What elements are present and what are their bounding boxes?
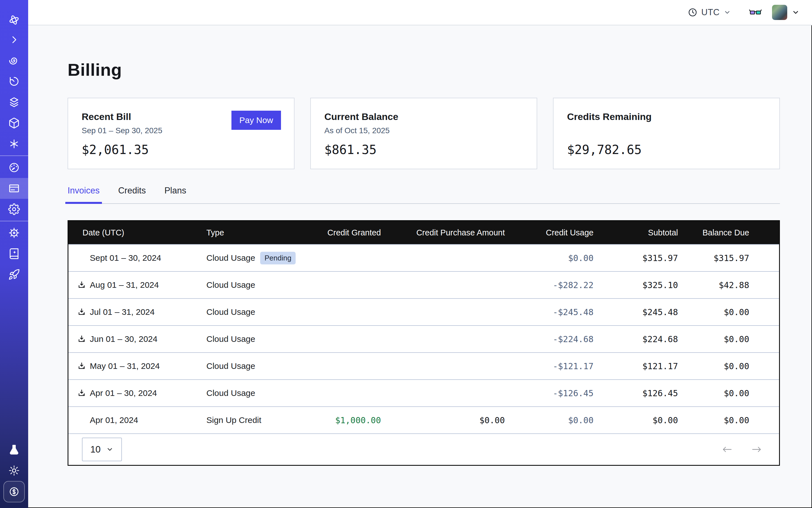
column-header-credit-purchase: Credit Purchase Amount <box>381 228 505 238</box>
table-row: Sept 01 – 30, 2024Cloud UsagePending$0.0… <box>69 244 779 271</box>
sidebar <box>0 0 28 508</box>
download-invoice-icon[interactable] <box>77 362 86 370</box>
sidebar-item-observe[interactable] <box>0 50 28 71</box>
invoice-table-body: Sept 01 – 30, 2024Cloud UsagePending$0.0… <box>69 244 779 433</box>
reader-mode-button[interactable] <box>749 8 762 17</box>
current-balance-as-of: As of Oct 15, 2025 <box>324 126 523 135</box>
column-header-credit-granted: Credit Granted <box>319 228 381 238</box>
cell-date: May 01 – 31, 2024 <box>69 361 206 371</box>
sidebar-item-docs[interactable] <box>0 243 28 264</box>
page-size-select[interactable]: 10 <box>82 437 122 461</box>
cell-credit-usage: -$245.48 <box>505 307 594 317</box>
page-title: Billing <box>68 60 780 80</box>
tab-credits[interactable]: Credits <box>116 185 148 203</box>
sidebar-item-timer[interactable] <box>0 71 28 92</box>
timezone-selector[interactable]: UTC <box>688 7 731 17</box>
sun-icon <box>8 465 20 476</box>
column-header-type: Type <box>206 228 319 238</box>
cell-type: Sign Up Credit <box>206 415 319 425</box>
invoice-type: Cloud Usage <box>206 388 255 398</box>
user-avatar[interactable] <box>772 5 787 20</box>
invoice-date: Apr 01 – 30, 2024 <box>90 388 157 398</box>
app-logo[interactable] <box>0 11 28 29</box>
billing-page: UTC Billing Recent Bill <box>0 0 812 508</box>
flask-icon <box>8 444 20 456</box>
sidebar-item-support[interactable] <box>0 222 28 243</box>
sidebar-item-getting-started[interactable] <box>0 264 28 285</box>
cell-credit-usage: -$126.45 <box>505 388 594 398</box>
sidebar-item-asterisk[interactable] <box>0 133 28 154</box>
sidebar-expand-button[interactable] <box>0 29 28 50</box>
pager-arrows <box>722 445 762 454</box>
cell-credit-usage: -$121.17 <box>505 361 594 371</box>
topbar: UTC <box>28 0 812 25</box>
cell-credit-usage: -$282.22 <box>505 280 594 290</box>
billing-tabs: Invoices Credits Plans <box>68 185 780 204</box>
sidebar-item-layers[interactable] <box>0 92 28 113</box>
asterisk-icon <box>8 138 20 150</box>
recent-bill-amount: $2,061.35 <box>82 142 149 157</box>
chevron-right-icon <box>8 34 20 46</box>
cell-subtotal: $315.97 <box>594 253 678 263</box>
cell-balance-due: $0.00 <box>678 388 776 398</box>
credits-remaining-amount: $29,782.65 <box>567 142 642 157</box>
invoice-table: Date (UTC) Type Credit Granted Credit Pu… <box>68 220 780 466</box>
credits-badge-button[interactable] <box>3 481 25 502</box>
timer-icon <box>8 76 20 87</box>
pagination-bar: 10 <box>69 433 779 465</box>
cell-type: Cloud Usage <box>206 307 319 317</box>
book-sparkle-icon <box>8 248 20 260</box>
cell-credit-usage: $0.00 <box>505 415 594 425</box>
table-row: Jun 01 – 30, 2024Cloud Usage-$224.68$224… <box>69 325 779 352</box>
page-size-value: 10 <box>90 444 101 455</box>
account-menu-button[interactable] <box>792 8 800 16</box>
recent-bill-card: Recent Bill Sep 01 – Sep 30, 2025 $2,061… <box>68 98 295 169</box>
chevron-down-icon <box>106 446 114 453</box>
arrow-right-icon <box>751 445 762 454</box>
summary-cards: Recent Bill Sep 01 – Sep 30, 2025 $2,061… <box>68 98 780 169</box>
cell-type: Cloud UsagePending <box>206 252 319 264</box>
invoice-date: May 01 – 31, 2024 <box>90 361 160 371</box>
prev-page-button[interactable] <box>722 445 733 454</box>
sidebar-item-usage[interactable] <box>0 157 28 178</box>
cell-subtotal: $224.68 <box>594 334 678 344</box>
cell-credit-usage: -$224.68 <box>505 334 594 344</box>
cell-date: Jun 01 – 30, 2024 <box>69 334 206 344</box>
sidebar-item-billing[interactable] <box>0 178 28 199</box>
column-header-balance-due: Balance Due <box>678 228 776 238</box>
download-invoice-icon[interactable] <box>77 281 86 289</box>
cell-balance-due: $42.88 <box>678 280 776 290</box>
invoice-date: Jul 01 – 31, 2024 <box>90 307 155 317</box>
tab-invoices[interactable]: Invoices <box>65 185 102 204</box>
clock-icon <box>688 8 697 17</box>
download-invoice-icon[interactable] <box>77 389 86 397</box>
download-invoice-icon[interactable] <box>77 308 86 316</box>
table-row: May 01 – 31, 2024Cloud Usage-$121.17$121… <box>69 352 779 379</box>
tab-plans[interactable]: Plans <box>162 185 189 203</box>
invoice-date: Aug 01 – 31, 2024 <box>90 280 159 290</box>
sidebar-item-settings[interactable] <box>0 199 28 220</box>
arrow-left-icon <box>722 445 733 454</box>
chevron-down-icon <box>792 8 800 16</box>
timezone-label: UTC <box>701 7 720 17</box>
next-page-button[interactable] <box>751 445 762 454</box>
table-row: Apr 01, 2024Sign Up Credit$1,000.00$0.00… <box>69 406 779 433</box>
invoice-type: Cloud Usage <box>206 307 255 317</box>
cell-balance-due: $315.97 <box>678 253 776 263</box>
cell-type: Cloud Usage <box>206 361 319 371</box>
gauge-icon <box>8 162 20 173</box>
invoice-type: Cloud Usage <box>206 334 255 344</box>
cell-subtotal: $245.48 <box>594 307 678 317</box>
invoice-type: Sign Up Credit <box>206 415 261 425</box>
layers-icon <box>8 96 20 108</box>
sidebar-item-cube[interactable] <box>0 113 28 133</box>
sidebar-item-theme[interactable] <box>0 460 28 481</box>
invoice-date: Sept 01 – 30, 2024 <box>90 253 161 263</box>
dollar-badge-icon <box>8 486 20 498</box>
pay-now-button[interactable]: Pay Now <box>231 111 281 130</box>
download-invoice-icon[interactable] <box>77 335 86 343</box>
credit-card-icon <box>8 182 20 194</box>
sidebar-item-labs[interactable] <box>0 439 28 460</box>
main-content: Billing Recent Bill Sep 01 – Sep 30, 202… <box>28 25 812 508</box>
cell-date: Apr 01, 2024 <box>69 415 206 425</box>
